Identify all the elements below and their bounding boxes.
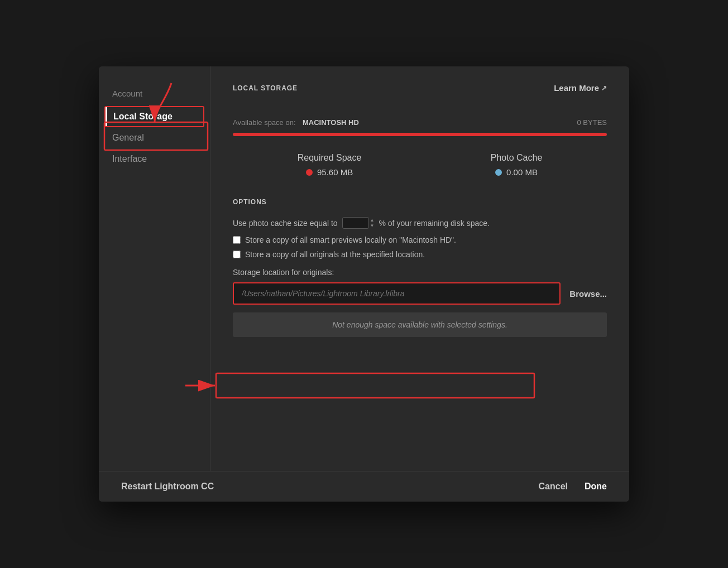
learn-more-link[interactable]: Learn More ↗ — [554, 83, 607, 93]
sidebar-item-interface[interactable]: Interface — [99, 148, 210, 170]
cancel-button[interactable]: Cancel — [539, 482, 568, 492]
required-space-value: 95.60 MB — [317, 167, 353, 177]
available-space-row: Available space on: MACINTOSH HD 0 BYTES — [233, 117, 607, 127]
required-space-label: Required Space — [298, 153, 362, 163]
store-previews-row: Store a copy of all smart previews local… — [233, 235, 607, 244]
spinner-controls[interactable]: ▲ ▼ — [370, 218, 375, 228]
warning-bar: Not enough space available with selected… — [233, 312, 607, 337]
store-originals-checkbox[interactable] — [233, 251, 241, 258]
storage-location-row: Browse... — [233, 282, 607, 305]
required-space-dot — [306, 169, 313, 176]
main-panel: LOCAL STORAGE Learn More ↗ Available spa… — [210, 66, 629, 471]
sidebar-item-local-storage[interactable]: Local Storage — [104, 106, 204, 127]
store-originals-label: Store a copy of all originals at the spe… — [245, 250, 425, 259]
cache-size-input[interactable] — [342, 217, 369, 229]
sidebar: Account Local Storage General Interface — [99, 66, 210, 471]
cache-percent-suffix: % of your remaining disk space. — [379, 219, 490, 228]
storage-metrics: Required Space 95.60 MB Photo Cache 0.00… — [233, 147, 607, 182]
sidebar-item-general[interactable]: General — [99, 127, 210, 148]
footer-buttons: Cancel Done — [539, 482, 607, 492]
store-previews-checkbox[interactable] — [233, 236, 241, 244]
storage-path-input[interactable] — [233, 282, 561, 305]
storage-bar — [233, 133, 607, 136]
photo-cache-label: Photo Cache — [491, 153, 543, 163]
options-section: OPTIONS Use photo cache size equal to ▲ … — [233, 198, 607, 337]
storage-location-label: Storage location for originals: — [233, 268, 607, 277]
sidebar-item-account[interactable]: Account — [99, 83, 210, 104]
done-button[interactable]: Done — [585, 482, 607, 492]
storage-bar-fill — [233, 133, 607, 136]
bytes-value: 0 BYTES — [577, 118, 607, 127]
required-space-value-row: 95.60 MB — [306, 167, 353, 177]
photo-cache-value-row: 0.00 MB — [495, 167, 538, 177]
available-label: Available space on: — [233, 118, 296, 127]
photo-cache-dot — [495, 169, 502, 176]
spinner-up-icon[interactable]: ▲ — [370, 218, 375, 223]
section-header: LOCAL STORAGE Learn More ↗ — [233, 83, 607, 93]
section-title: LOCAL STORAGE — [233, 84, 298, 92]
storage-section: Available space on: MACINTOSH HD 0 BYTES… — [233, 117, 607, 182]
store-previews-label: Store a copy of all smart previews local… — [245, 235, 456, 244]
dialog-footer: Restart Lightroom CC Cancel Done — [99, 471, 629, 502]
drive-name: MACINTOSH HD — [303, 118, 359, 127]
external-link-icon: ↗ — [601, 84, 607, 92]
options-title: OPTIONS — [233, 198, 607, 206]
active-indicator — [106, 107, 107, 126]
browse-button[interactable]: Browse... — [569, 289, 607, 299]
restart-button[interactable]: Restart Lightroom CC — [121, 482, 214, 492]
photo-cache-value: 0.00 MB — [506, 167, 538, 177]
required-space-metric: Required Space 95.60 MB — [298, 153, 362, 177]
photo-cache-metric: Photo Cache 0.00 MB — [491, 153, 543, 177]
cache-size-row: Use photo cache size equal to ▲ ▼ % of y… — [233, 217, 607, 229]
store-originals-row: Store a copy of all originals at the spe… — [233, 250, 607, 259]
spinner-down-icon[interactable]: ▼ — [370, 223, 375, 228]
warning-message: Not enough space available with selected… — [332, 320, 507, 329]
